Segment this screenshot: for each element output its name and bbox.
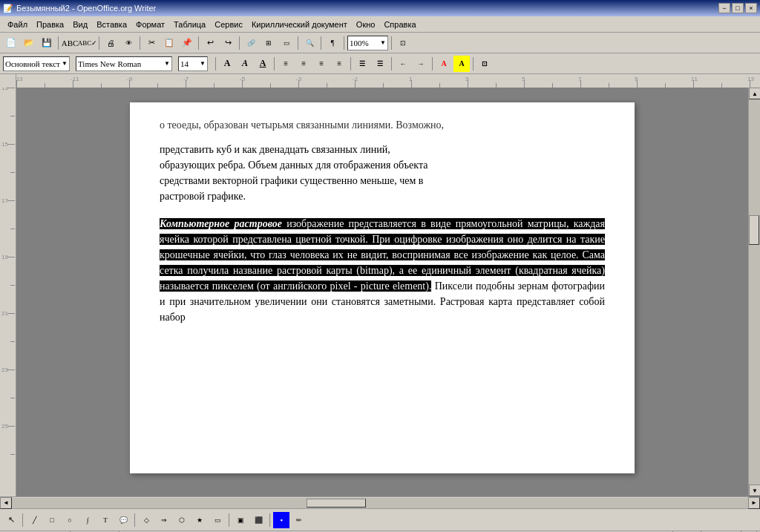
text-paragraph-2: Компьютерное растровое изображение предс… [160,216,605,325]
format-sep-4 [391,57,392,70]
title-bar: 📝 Безымянный2 - OpenOffice.org Writer − … [0,0,760,16]
scroll-right-button[interactable]: ► [748,497,760,509]
spellcheck2-button[interactable]: ABC✓ [79,35,96,51]
open-button[interactable]: 📂 [21,35,37,51]
highlight-button[interactable]: A [453,56,470,72]
zoom-reset-button[interactable]: ⊡ [395,35,411,51]
italic-button[interactable]: A [237,56,253,72]
scroll-down-button[interactable]: ▼ [749,485,760,496]
show-draw-button[interactable]: ▭ [278,35,295,51]
text-tool-button[interactable]: T [97,512,114,528]
h-scroll-thumb[interactable] [307,499,366,508]
menu-insert[interactable]: Вставка [92,19,131,30]
fillcolor-button[interactable]: ▪ [273,512,289,528]
menu-edit[interactable]: Правка [32,19,68,30]
title-bar-controls[interactable]: − □ × [718,3,757,13]
draw-sep-1 [22,513,23,527]
rect-tool-button[interactable]: □ [44,512,60,528]
shapes-button[interactable]: ◇ [138,512,154,528]
toolbar-separator-4 [198,36,199,50]
zoom-combo[interactable]: 100% ▼ [347,36,388,50]
select-tool-button[interactable]: ↖ [3,512,19,528]
format-sep-3 [350,57,351,70]
ellipse-tool-button[interactable]: ○ [62,512,78,528]
align-justify-button[interactable]: ≡ [331,56,347,72]
table-button[interactable]: ⊞ [261,35,277,51]
cut-button[interactable]: ✂ [143,35,160,51]
bold-italic-text: Компьютерное растровое [160,218,282,229]
outdent-button[interactable]: ← [395,56,411,72]
flowchart-button[interactable]: ⬡ [174,512,190,528]
borders-button[interactable]: ⊡ [476,56,493,72]
main-toolbar: 📄 📂 💾 ABC ABC✓ 🖨 👁 ✂ 📋 📌 ↩ ↪ 🔗 ⊞ ▭ 🔍 ¶ 1… [0,33,760,53]
menu-cyrillic[interactable]: Кириллический документ [247,19,352,30]
align-center-button[interactable]: ≡ [295,56,312,72]
stars-button[interactable]: ★ [191,512,208,528]
find-button[interactable]: 🔍 [301,35,318,51]
curve-tool-button[interactable]: ∫ [79,512,96,528]
scroll-track[interactable] [749,99,760,485]
scroll-thumb[interactable] [749,215,759,245]
numbering-button[interactable]: ☰ [372,56,388,72]
print-preview-button[interactable]: 👁 [120,35,137,51]
draw-sep-2 [134,513,135,527]
hyperlink-button[interactable]: 🔗 [243,35,259,51]
undo-button[interactable]: ↩ [202,35,218,51]
menu-window[interactable]: Окно [352,19,380,30]
ruler-container [0,74,760,88]
bullets-button[interactable]: ☰ [354,56,370,72]
close-button[interactable]: × [745,3,757,13]
text-paragraph-1: представить куб и как двенадцать связанн… [160,142,605,204]
new-button[interactable]: 📄 [3,35,19,51]
style-combo-arrow: ▼ [62,60,68,67]
format-sep-1 [215,57,216,70]
menu-help[interactable]: Справка [379,19,420,30]
menu-table[interactable]: Таблица [169,19,210,30]
vertical-scrollbar[interactable]: ▲ ▼ [748,88,760,496]
copy-button[interactable]: 📋 [161,35,177,51]
font-combo[interactable]: Times New Roman ▼ [76,56,172,71]
bold-button[interactable]: A [219,56,235,72]
block-arrows-button[interactable]: ⇒ [156,512,172,528]
format-sep-5 [432,57,433,70]
menu-view[interactable]: Вид [68,19,92,30]
spellcheck-button[interactable]: ABC [62,35,78,51]
3d-button[interactable]: ⬛ [250,512,266,528]
fontcolor-button[interactable]: A [436,56,452,72]
menu-tools[interactable]: Сервис [210,19,247,30]
callout-tool-button[interactable]: 💬 [115,512,131,528]
scroll-left-button[interactable]: ◄ [0,497,12,509]
callouts-button[interactable]: ▭ [209,512,226,528]
document-page: о теоеды, образован четырьмя связанными … [130,102,635,473]
horizontal-ruler [16,74,760,88]
toolbar-separator-3 [140,36,140,50]
redo-button[interactable]: ↪ [220,35,236,51]
indent-button[interactable]: → [413,56,429,72]
align-left-button[interactable]: ≡ [278,56,294,72]
shadow-button[interactable]: ▣ [232,512,249,528]
linecolor-button[interactable]: ✏ [291,512,307,528]
maximize-button[interactable]: □ [732,3,744,13]
print-button[interactable]: 🖨 [102,35,119,51]
nonprint-button[interactable]: ¶ [324,35,341,51]
menu-bar: Файл Правка Вид Вставка Формат Таблица С… [0,16,760,33]
minimize-button[interactable]: − [718,3,730,13]
format-sep-6 [473,57,474,70]
paste-button[interactable]: 📌 [179,35,195,51]
style-combo[interactable]: Основной текст ▼ [3,56,70,71]
fontsize-combo[interactable]: 14 ▼ [178,56,208,71]
toolbar-separator-6 [298,36,298,50]
toolbar-separator-5 [239,36,240,50]
horizontal-scrollbar[interactable]: ◄ ► [0,496,760,508]
ruler-canvas [16,74,760,88]
scroll-up-button[interactable]: ▲ [749,88,760,99]
align-right-button[interactable]: ≡ [313,56,330,72]
line-tool-button[interactable]: ╱ [26,512,42,528]
menu-file[interactable]: Файл [3,19,32,30]
underline-button[interactable]: A [255,56,271,72]
save-button[interactable]: 💾 [39,35,55,51]
h-scroll-track[interactable] [12,498,748,508]
font-combo-arrow: ▼ [164,60,170,67]
menu-format[interactable]: Формат [131,19,169,30]
document-area[interactable]: о теоеды, образован четырьмя связанными … [16,88,748,496]
